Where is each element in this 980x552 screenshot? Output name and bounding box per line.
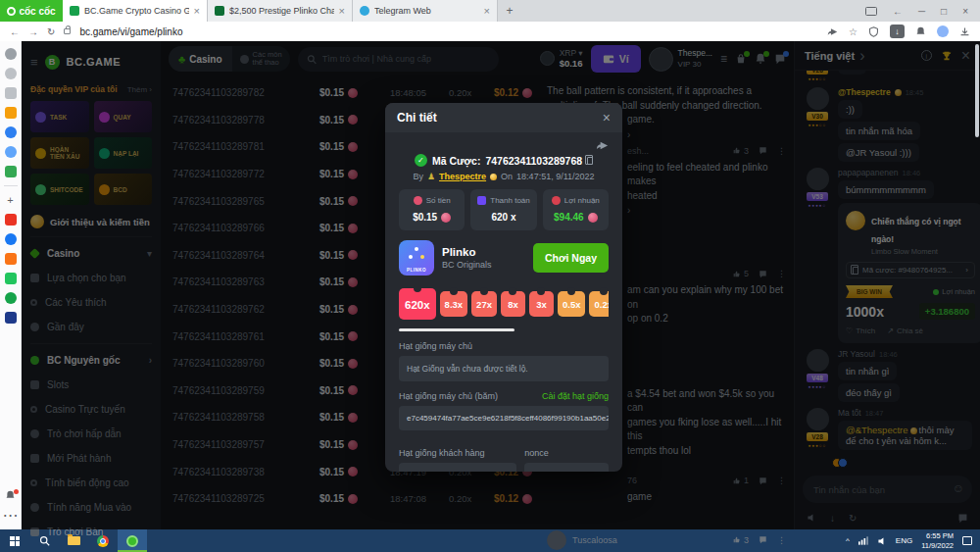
new-tab-button[interactable]: + bbox=[498, 0, 521, 22]
browser-profile-avatar[interactable] bbox=[937, 25, 949, 37]
tab-close-icon[interactable]: × bbox=[194, 5, 200, 17]
vip-crown-icon[interactable] bbox=[5, 107, 17, 119]
browser-notifications-icon[interactable] bbox=[5, 490, 16, 501]
like-button[interactable]: 3 bbox=[732, 535, 749, 545]
address-bar: ← → ↻ bc.game/vi/game/plinko ☆ ↓ bbox=[0, 22, 980, 41]
start-button[interactable] bbox=[0, 529, 29, 552]
verified-check-icon: ✓ bbox=[415, 154, 427, 167]
cast-icon[interactable] bbox=[865, 7, 877, 16]
client-seed-field[interactable]: AkiA4XKKRJMXeNb bbox=[399, 463, 516, 472]
bet-id-label: Mã Cược: bbox=[432, 155, 481, 167]
like-count: 3 bbox=[744, 535, 749, 545]
bet-id-value[interactable]: 74762341103289768 bbox=[485, 155, 582, 167]
app-shortcut-icon[interactable] bbox=[5, 253, 17, 265]
language-indicator[interactable]: ENG bbox=[896, 536, 912, 545]
bookmark-star-icon[interactable]: ☆ bbox=[849, 26, 858, 37]
set-seed-link[interactable]: Cài đặt hạt giống bbox=[542, 391, 609, 401]
chips-scrollbar[interactable] bbox=[399, 328, 514, 331]
modal-title: Chi tiết bbox=[397, 111, 437, 125]
app-shortcut-icon[interactable] bbox=[5, 312, 17, 324]
hidden-icons-caret[interactable]: ^ bbox=[846, 536, 850, 545]
address-bar-actions: ☆ ↓ bbox=[827, 25, 970, 38]
close-window-button[interactable]: × bbox=[962, 6, 968, 17]
tab-title: $2,500 Prestige Plinko Chall... bbox=[229, 6, 334, 16]
downloads-tray-icon[interactable] bbox=[959, 26, 970, 37]
plinko-game-icon[interactable]: PLINKO bbox=[399, 240, 434, 276]
page-scrollbar[interactable] bbox=[975, 44, 979, 137]
bet-datetime: 18:47:51, 9/11/2022 bbox=[516, 172, 594, 181]
close-modal-icon[interactable]: × bbox=[603, 110, 611, 125]
comment[interactable]: Tuscaloosa 3 ⋮ This is the game you reco… bbox=[547, 530, 786, 552]
multiplier-chip[interactable]: 3x bbox=[529, 291, 554, 317]
app-shortcut-icon[interactable] bbox=[5, 273, 17, 284]
back-icon[interactable]: ← bbox=[10, 26, 20, 37]
game-name[interactable]: Plinko bbox=[442, 246, 492, 258]
nonce-field[interactable]: 640424 bbox=[524, 463, 609, 472]
copy-bet-id-icon[interactable] bbox=[587, 157, 593, 165]
browser-sidebar: + ⋯ bbox=[0, 41, 22, 529]
messenger-icon[interactable] bbox=[5, 126, 17, 138]
reload-icon[interactable]: ↻ bbox=[47, 26, 55, 37]
weather-icon[interactable] bbox=[5, 146, 17, 158]
server-seed-hash-field[interactable]: e7c459474fa77ae5ce9e6218f5f8ceff4086f991… bbox=[399, 406, 609, 430]
tab-title: BC.Game Crypto Casino Ga... bbox=[84, 6, 189, 16]
player-link[interactable]: Thespectre bbox=[439, 172, 486, 181]
url-text[interactable]: bc.game/vi/game/plinko bbox=[79, 26, 182, 37]
download-icon[interactable]: ↓ bbox=[890, 25, 905, 38]
multiplier-chip[interactable]: 27x bbox=[471, 291, 497, 317]
window-controls: ← ─ □ × bbox=[854, 0, 980, 22]
multiplier-chip[interactable]: 620x bbox=[399, 288, 436, 320]
lock-icon[interactable] bbox=[64, 28, 71, 34]
play-now-button[interactable]: Chơi Ngay bbox=[533, 243, 609, 273]
xrp-coin-icon bbox=[441, 213, 451, 223]
player-icon: ♟ bbox=[427, 172, 435, 181]
multiplier-chip[interactable]: 8x bbox=[501, 291, 525, 317]
payout-icon bbox=[477, 196, 486, 205]
browser-chrome: cốc cốc BC.Game Crypto Casino Ga... × $2… bbox=[0, 0, 980, 41]
notification-bell-icon[interactable] bbox=[915, 26, 926, 37]
server-seed-field: Hạt Giống vẫn chưa được tiết lộ. bbox=[399, 356, 609, 381]
reply-icon[interactable] bbox=[759, 535, 767, 544]
game-provider: BC Originals bbox=[442, 260, 492, 270]
tab-bcgame[interactable]: BC.Game Crypto Casino Ga... × bbox=[63, 0, 208, 22]
share-bet-icon[interactable] bbox=[596, 139, 609, 152]
app-shortcut-icon[interactable] bbox=[5, 292, 17, 304]
tab-close-icon[interactable]: × bbox=[484, 5, 490, 17]
shield-icon[interactable] bbox=[868, 26, 879, 37]
tab-plinko-challenge[interactable]: $2,500 Prestige Plinko Chall... × bbox=[208, 0, 353, 22]
stat-payout: Thanh toán 620 x bbox=[470, 189, 536, 230]
history-clock-icon[interactable] bbox=[5, 68, 17, 79]
multiplier-chip[interactable]: 0.5x bbox=[558, 291, 586, 317]
undo-close-tab-icon[interactable]: ← bbox=[893, 6, 903, 17]
bet-details-modal: Chi tiết × ✓ Mã Cược: 74762341103289768 … bbox=[385, 103, 622, 472]
volume-icon[interactable] bbox=[877, 536, 887, 546]
gold-medal-icon bbox=[490, 174, 497, 180]
maximize-button[interactable]: □ bbox=[941, 6, 947, 17]
forward-icon[interactable]: → bbox=[28, 26, 38, 37]
minimize-button[interactable]: ─ bbox=[918, 6, 925, 17]
share-icon[interactable] bbox=[827, 26, 838, 37]
divider bbox=[4, 185, 18, 186]
tab-close-icon[interactable]: × bbox=[339, 5, 345, 17]
network-icon[interactable] bbox=[858, 536, 868, 545]
games-icon[interactable] bbox=[5, 166, 17, 177]
client-seed-label: Hạt giống khách hàng bbox=[399, 448, 485, 458]
more-options-icon[interactable]: ⋮ bbox=[777, 535, 786, 545]
coccoc-brand-logo[interactable]: cốc cốc bbox=[0, 0, 63, 22]
nonce-label: nonce bbox=[524, 448, 549, 458]
comment-author: Tuscaloosa bbox=[572, 535, 617, 545]
action-center-icon[interactable] bbox=[962, 536, 972, 545]
clock[interactable]: 6:55 PM11/9/2022 bbox=[921, 531, 954, 550]
multiplier-chip[interactable]: 0.2x bbox=[589, 291, 609, 317]
server-seed-label: Hạt giống máy chủ bbox=[399, 341, 472, 351]
telegram-favicon bbox=[360, 6, 369, 16]
facebook-icon[interactable] bbox=[5, 233, 17, 245]
add-shortcut-icon[interactable]: + bbox=[7, 194, 13, 206]
settings-gear-icon[interactable] bbox=[5, 48, 17, 60]
reading-list-icon[interactable] bbox=[5, 87, 17, 99]
more-options-icon[interactable]: ⋯ bbox=[3, 506, 19, 525]
multiplier-chip[interactable]: 8.3x bbox=[440, 291, 468, 317]
youtube-icon[interactable] bbox=[5, 214, 17, 226]
tab-telegram[interactable]: Telegram Web × bbox=[353, 0, 498, 22]
coccoc-logo-icon bbox=[7, 7, 16, 16]
